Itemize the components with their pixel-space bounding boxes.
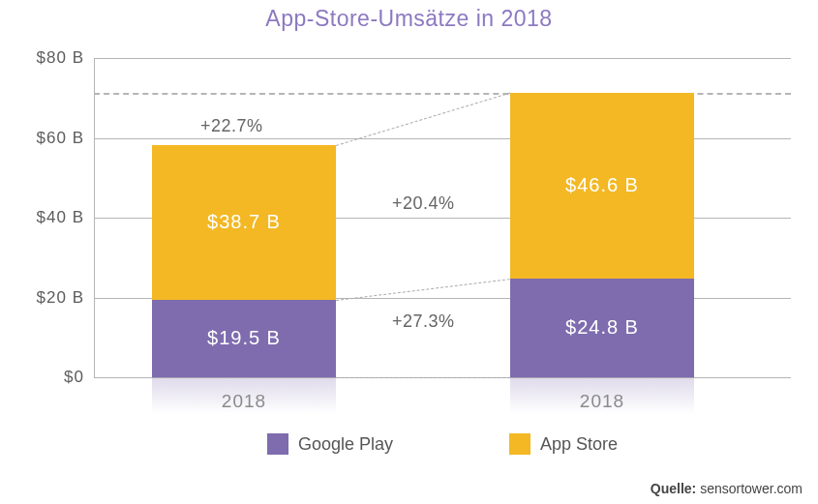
legend-label-google-play: Google Play <box>298 434 393 455</box>
source-prefix: Quelle: <box>651 481 700 496</box>
growth-google-play: +27.3% <box>392 311 455 332</box>
y-tick-0: $0 <box>36 368 84 387</box>
legend: Google Play App Store <box>94 433 791 455</box>
category-label-b: 2018 <box>510 391 694 412</box>
category-label-a: 2018 <box>152 391 336 412</box>
bar-2018-a: $19.5 B $38.7 B <box>152 145 336 377</box>
bar-a-app-store: $38.7 B <box>152 145 336 300</box>
gridline-80 <box>94 58 791 59</box>
bar-2018-b: $24.8 B $46.6 B <box>510 93 694 378</box>
legend-swatch-app-store <box>509 433 530 455</box>
legend-label-app-store: App Store <box>540 434 618 455</box>
legend-swatch-google-play <box>267 433 288 455</box>
legend-app-store: App Store <box>509 433 618 455</box>
y-tick-80: $80 B <box>36 48 84 68</box>
plot-area: $80 B $60 B $40 B $20 B $0 $19.5 B $38.7… <box>94 58 791 377</box>
source-credit: Quelle: sensortower.com <box>651 481 803 496</box>
y-tick-60: $60 B <box>36 129 84 148</box>
connector-base <box>336 377 510 378</box>
legend-google-play: Google Play <box>267 433 393 455</box>
y-tick-40: $40 B <box>36 208 84 227</box>
y-tick-20: $20 B <box>36 288 84 308</box>
chart-title: App-Store-Umsätze in 2018 <box>0 6 818 32</box>
growth-total: +22.7% <box>200 116 263 136</box>
growth-app-store: +20.4% <box>392 193 455 214</box>
source-text: sensortower.com <box>700 481 803 496</box>
bar-b-google-play: $24.8 B <box>510 279 694 377</box>
bar-b-app-store: $46.6 B <box>510 93 694 279</box>
bar-a-google-play: $19.5 B <box>152 300 336 377</box>
